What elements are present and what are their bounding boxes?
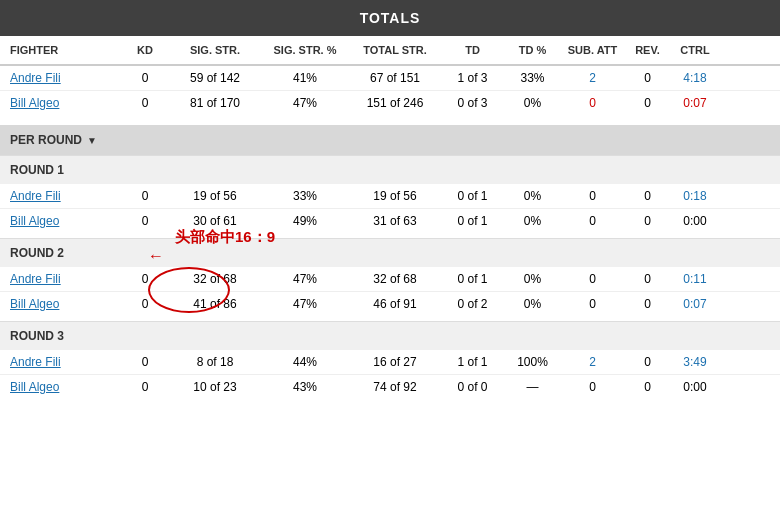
column-headers: FIGHTER KD SIG. STR. SIG. STR. % TOTAL S… xyxy=(0,36,780,66)
td-value: 1 of 3 xyxy=(440,71,505,85)
ctrl-value: 0:18 xyxy=(670,189,720,203)
round-1-header: ROUND 1 xyxy=(0,155,780,184)
sub-att-value: 0 xyxy=(560,297,625,311)
sub-att-value: 0 xyxy=(560,96,625,110)
ctrl-value: 3:49 xyxy=(670,355,720,369)
sig-str-value: 30 of 61 xyxy=(170,214,260,228)
sig-str-value: 81 of 170 xyxy=(170,96,260,110)
td-value: 0 of 0 xyxy=(440,380,505,394)
sub-att-value: 0 xyxy=(560,189,625,203)
kd-value: 0 xyxy=(120,214,170,228)
fighter-name[interactable]: Bill Algeo xyxy=(10,380,59,394)
rev-value: 0 xyxy=(625,214,670,228)
ctrl-value: 0:07 xyxy=(670,297,720,311)
total-str-value: 74 of 92 xyxy=(350,380,440,394)
sig-str-value: 32 of 68 xyxy=(170,272,260,286)
table-row: Andre Fili 0 59 of 142 41% 67 of 151 1 o… xyxy=(0,66,780,91)
sub-att-value: 2 xyxy=(560,355,625,369)
sub-att-value: 0 xyxy=(560,272,625,286)
ctrl-value: 0:11 xyxy=(670,272,720,286)
kd-value: 0 xyxy=(120,71,170,85)
total-str-value: 32 of 68 xyxy=(350,272,440,286)
td-pct-value: 0% xyxy=(505,96,560,110)
kd-value: 0 xyxy=(120,355,170,369)
total-str-value: 151 of 246 xyxy=(350,96,440,110)
table-row: Bill Algeo 0 81 of 170 47% 151 of 246 0 … xyxy=(0,91,780,115)
sig-str-pct-value: 41% xyxy=(260,71,350,85)
per-round-label: PER ROUND xyxy=(10,133,82,147)
round-3-section: Andre Fili 0 8 of 18 44% 16 of 27 1 of 1… xyxy=(0,350,780,404)
sig-str-pct-value: 33% xyxy=(260,189,350,203)
fighter-name[interactable]: Andre Fili xyxy=(10,71,61,85)
round-1-section: Andre Fili 0 19 of 56 33% 19 of 56 0 of … xyxy=(0,184,780,238)
round-2-section: Andre Fili 0 32 of 68 47% 32 of 68 0 of … xyxy=(0,267,780,321)
total-str-value: 67 of 151 xyxy=(350,71,440,85)
col-header-sig-str: SIG. STR. xyxy=(170,44,260,56)
td-value: 0 of 3 xyxy=(440,96,505,110)
sub-att-value: 2 xyxy=(560,71,625,85)
col-header-total-str: TOTAL STR. xyxy=(350,44,440,56)
sig-str-pct-value: 43% xyxy=(260,380,350,394)
sig-str-pct-value: 47% xyxy=(260,96,350,110)
table-row: Andre Fili 0 32 of 68 47% 32 of 68 0 of … xyxy=(0,267,780,292)
chevron-down-icon: ▼ xyxy=(87,135,97,146)
fighter-name[interactable]: Bill Algeo xyxy=(10,297,59,311)
kd-value: 0 xyxy=(120,189,170,203)
fighter-name[interactable]: Bill Algeo xyxy=(10,214,59,228)
td-pct-value: 0% xyxy=(505,214,560,228)
sig-str-pct-value: 44% xyxy=(260,355,350,369)
total-str-value: 46 of 91 xyxy=(350,297,440,311)
sig-str-value: 10 of 23 xyxy=(170,380,260,394)
rev-value: 0 xyxy=(625,297,670,311)
rev-value: 0 xyxy=(625,96,670,110)
col-header-rev: REV. xyxy=(625,44,670,56)
col-header-fighter: FIGHTER xyxy=(10,44,120,56)
col-header-kd: KD xyxy=(120,44,170,56)
table-row: Andre Fili 0 8 of 18 44% 16 of 27 1 of 1… xyxy=(0,350,780,375)
round-3-header: ROUND 3 xyxy=(0,321,780,350)
td-pct-value: 100% xyxy=(505,355,560,369)
fighter-name[interactable]: Andre Fili xyxy=(10,272,61,286)
col-header-td: TD xyxy=(440,44,505,56)
col-header-sig-str-pct: SIG. STR. % xyxy=(260,44,350,56)
total-str-value: 16 of 27 xyxy=(350,355,440,369)
td-value: 0 of 1 xyxy=(440,214,505,228)
td-value: 0 of 1 xyxy=(440,189,505,203)
td-value: 1 of 1 xyxy=(440,355,505,369)
fighter-name[interactable]: Andre Fili xyxy=(10,355,61,369)
sig-str-pct-value: 47% xyxy=(260,272,350,286)
sub-att-value: 0 xyxy=(560,380,625,394)
td-pct-value: 0% xyxy=(505,297,560,311)
fighter-name[interactable]: Andre Fili xyxy=(10,189,61,203)
table-row: Andre Fili 0 19 of 56 33% 19 of 56 0 of … xyxy=(0,184,780,209)
totals-section: Andre Fili 0 59 of 142 41% 67 of 151 1 o… xyxy=(0,66,780,120)
kd-value: 0 xyxy=(120,272,170,286)
td-pct-value: 0% xyxy=(505,189,560,203)
kd-value: 0 xyxy=(120,96,170,110)
td-pct-value: 0% xyxy=(505,272,560,286)
sig-str-value: 19 of 56 xyxy=(170,189,260,203)
fighter-name[interactable]: Bill Algeo xyxy=(10,96,59,110)
col-header-ctrl: CTRL xyxy=(670,44,720,56)
rev-value: 0 xyxy=(625,380,670,394)
sub-att-value: 0 xyxy=(560,214,625,228)
sig-str-pct-value: 49% xyxy=(260,214,350,228)
round-2-header: ROUND 2 xyxy=(0,238,780,267)
kd-value: 0 xyxy=(120,380,170,394)
ctrl-value: 0:00 xyxy=(670,380,720,394)
ctrl-value: 4:18 xyxy=(670,71,720,85)
total-str-value: 19 of 56 xyxy=(350,189,440,203)
sig-str-pct-value: 47% xyxy=(260,297,350,311)
kd-value: 0 xyxy=(120,297,170,311)
sig-str-value: 41 of 86 xyxy=(170,297,260,311)
per-round-header[interactable]: PER ROUND ▼ xyxy=(0,125,780,155)
col-header-sub-att: SUB. ATT xyxy=(560,44,625,56)
ctrl-value: 0:00 xyxy=(670,214,720,228)
td-pct-value: — xyxy=(505,380,560,394)
rev-value: 0 xyxy=(625,189,670,203)
sig-str-value: 8 of 18 xyxy=(170,355,260,369)
col-header-td-pct: TD % xyxy=(505,44,560,56)
table-row: Bill Algeo 0 10 of 23 43% 74 of 92 0 of … xyxy=(0,375,780,399)
sig-str-value: 59 of 142 xyxy=(170,71,260,85)
rev-value: 0 xyxy=(625,355,670,369)
